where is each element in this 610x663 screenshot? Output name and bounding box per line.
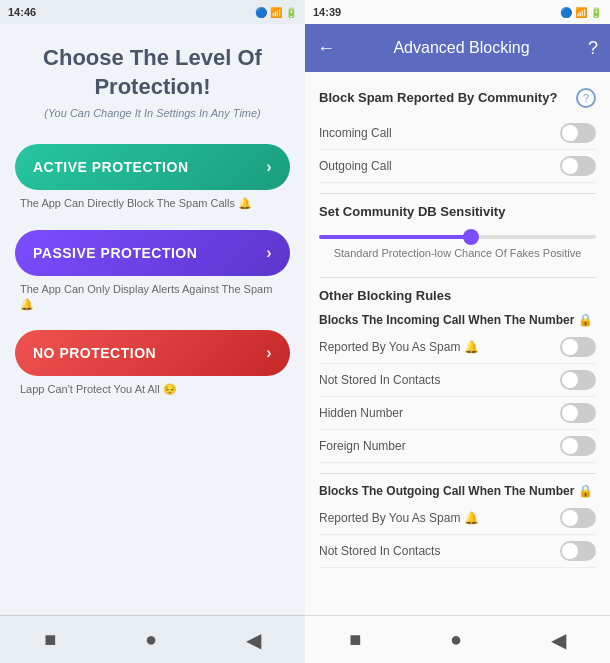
- right-time: 14:39: [313, 6, 341, 18]
- block-spam-help-icon[interactable]: ?: [576, 88, 596, 108]
- community-db-section: Set Community DB Sensitivity Standard Pr…: [319, 204, 596, 267]
- outgoing-call-row: Outgoing Call: [319, 150, 596, 183]
- left-nav-circle[interactable]: ●: [145, 628, 157, 651]
- foreign-number-toggle[interactable]: [560, 436, 596, 456]
- passive-protection-arrow: ›: [266, 244, 272, 262]
- no-protection-desc: Lapp Can't Protect You At All 😔: [15, 382, 290, 397]
- page-subtitle: (You Can Change It In Settings In Any Ti…: [44, 107, 261, 119]
- no-protection-option: NO PROTECTION › Lapp Can't Protect You A…: [15, 330, 290, 397]
- slider-fill: [319, 235, 471, 239]
- active-protection-arrow: ›: [266, 158, 272, 176]
- slider-track: [319, 235, 596, 239]
- slider-thumb[interactable]: [463, 229, 479, 245]
- foreign-number-row: Foreign Number: [319, 430, 596, 463]
- hidden-number-toggle[interactable]: [560, 403, 596, 423]
- not-in-contacts-outgoing-toggle[interactable]: [560, 541, 596, 561]
- incoming-call-label: Incoming Call: [319, 126, 560, 140]
- right-nav-circle[interactable]: ●: [450, 628, 462, 651]
- passive-protection-option: PASSIVE PROTECTION › The App Can Only Di…: [15, 230, 290, 313]
- other-blocking-title: Other Blocking Rules: [319, 288, 596, 303]
- hidden-number-row: Hidden Number: [319, 397, 596, 430]
- no-protection-label: NO PROTECTION: [33, 345, 156, 361]
- not-in-contacts-outgoing-row: Not Stored In Contacts: [319, 535, 596, 568]
- reported-spam-incoming-toggle[interactable]: [560, 337, 596, 357]
- outgoing-call-toggle[interactable]: [560, 156, 596, 176]
- block-spam-title: Block Spam Reported By Community?: [319, 90, 557, 105]
- passive-protection-label: PASSIVE PROTECTION: [33, 245, 197, 261]
- divider-1: [319, 193, 596, 194]
- active-protection-label: ACTIVE PROTECTION: [33, 159, 189, 175]
- active-protection-desc: The App Can Directly Block The Spam Call…: [15, 196, 290, 211]
- right-nav-square[interactable]: ■: [349, 628, 361, 651]
- slider-container: Standard Protection-low Chance Of Fakes …: [319, 227, 596, 267]
- right-content: Block Spam Reported By Community? ? Inco…: [305, 72, 610, 615]
- left-bottom-nav: ■ ● ◀: [0, 615, 305, 663]
- no-protection-button[interactable]: NO PROTECTION ›: [15, 330, 290, 376]
- left-nav-back[interactable]: ◀: [246, 628, 261, 652]
- incoming-block-subtitle: Blocks The Incoming Call When The Number…: [319, 313, 596, 327]
- left-panel: 14:46 🔵 📶 🔋 Choose The Level Of Protecti…: [0, 0, 305, 663]
- left-content: Choose The Level Of Protection! (You Can…: [0, 24, 305, 615]
- foreign-number-label: Foreign Number: [319, 439, 560, 453]
- incoming-call-row: Incoming Call: [319, 117, 596, 150]
- divider-3: [319, 473, 596, 474]
- left-status-bar: 14:46 🔵 📶 🔋: [0, 0, 305, 24]
- reported-spam-incoming-row: Reported By You As Spam 🔔: [319, 331, 596, 364]
- right-header: ← Advanced Blocking ?: [305, 24, 610, 72]
- not-in-contacts-outgoing-label: Not Stored In Contacts: [319, 544, 560, 558]
- reported-spam-outgoing-label: Reported By You As Spam 🔔: [319, 511, 560, 525]
- not-in-contacts-incoming-label: Not Stored In Contacts: [319, 373, 560, 387]
- slider-description: Standard Protection-low Chance Of Fakes …: [319, 247, 596, 259]
- other-blocking-section: Other Blocking Rules Blocks The Incoming…: [319, 288, 596, 568]
- outgoing-call-label: Outgoing Call: [319, 159, 560, 173]
- not-in-contacts-incoming-row: Not Stored In Contacts: [319, 364, 596, 397]
- left-status-icons: 🔵 📶 🔋: [255, 7, 297, 18]
- reported-spam-incoming-label: Reported By You As Spam 🔔: [319, 340, 560, 354]
- outgoing-block-subtitle: Blocks The Outgoing Call When The Number…: [319, 484, 596, 498]
- passive-protection-desc: The App Can Only Display Alerts Against …: [15, 282, 290, 313]
- incoming-call-toggle[interactable]: [560, 123, 596, 143]
- block-spam-header-row: Block Spam Reported By Community? ?: [319, 82, 596, 113]
- active-protection-button[interactable]: ACTIVE PROTECTION ›: [15, 144, 290, 190]
- active-protection-option: ACTIVE PROTECTION › The App Can Directly…: [15, 144, 290, 211]
- right-bottom-nav: ■ ● ◀: [305, 615, 610, 663]
- right-panel: 14:39 🔵 📶 🔋 ← Advanced Blocking ? Block …: [305, 0, 610, 663]
- page-title: Choose The Level Of Protection!: [15, 44, 290, 101]
- passive-protection-button[interactable]: PASSIVE PROTECTION ›: [15, 230, 290, 276]
- right-status-icons: 🔵 📶 🔋: [560, 7, 602, 18]
- left-nav-square[interactable]: ■: [44, 628, 56, 651]
- divider-2: [319, 277, 596, 278]
- no-protection-arrow: ›: [266, 344, 272, 362]
- header-title: Advanced Blocking: [335, 39, 588, 57]
- hidden-number-label: Hidden Number: [319, 406, 560, 420]
- left-time: 14:46: [8, 6, 36, 18]
- reported-spam-outgoing-row: Reported By You As Spam 🔔: [319, 502, 596, 535]
- not-in-contacts-incoming-toggle[interactable]: [560, 370, 596, 390]
- right-status-bar: 14:39 🔵 📶 🔋: [305, 0, 610, 24]
- back-button[interactable]: ←: [317, 38, 335, 59]
- reported-spam-outgoing-toggle[interactable]: [560, 508, 596, 528]
- right-nav-back[interactable]: ◀: [551, 628, 566, 652]
- block-spam-section: Block Spam Reported By Community? ? Inco…: [319, 82, 596, 183]
- community-db-title: Set Community DB Sensitivity: [319, 204, 596, 219]
- help-button[interactable]: ?: [588, 38, 598, 59]
